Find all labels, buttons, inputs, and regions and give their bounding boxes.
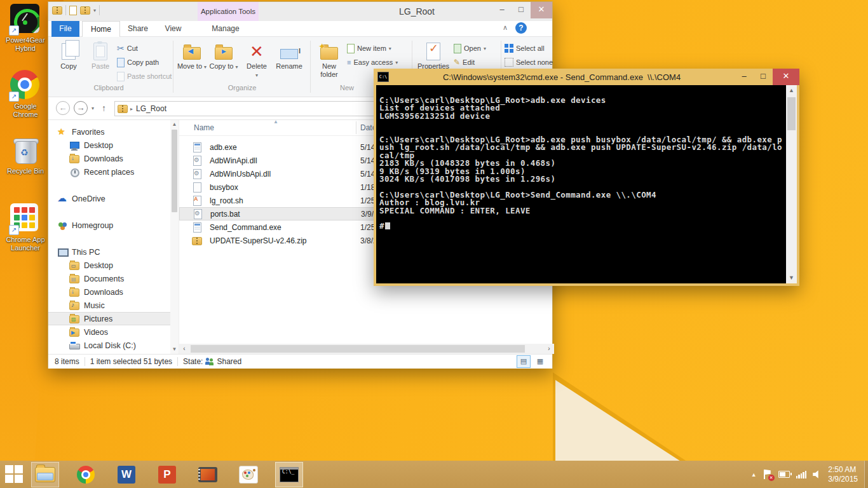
show-desktop-button[interactable] <box>864 461 868 488</box>
scroll-up-icon[interactable]: ▲ <box>170 120 179 129</box>
taskbar-explorer-button[interactable] <box>31 462 59 487</box>
tab-home[interactable]: Home <box>82 21 120 37</box>
scroll-right-icon[interactable]: › <box>544 344 554 354</box>
sort-ascending-icon: ▲ <box>273 119 278 125</box>
copy-to-button[interactable]: ▸ Copy to ▾ <box>208 41 239 71</box>
select-all-button[interactable]: Select all <box>505 42 545 55</box>
collapse-ribbon-icon[interactable]: ∧ <box>503 24 508 32</box>
taskbar-word-button[interactable]: W <box>112 462 140 487</box>
network-signal-icon[interactable] <box>796 470 807 478</box>
new-folder-qat-icon[interactable] <box>80 5 90 15</box>
action-center-flag-icon[interactable]: ✕ <box>763 470 772 479</box>
maximize-button[interactable]: □ <box>512 2 531 18</box>
battery-icon[interactable] <box>778 471 790 478</box>
sidebar-item-local-disk[interactable]: Local Disk (C:) <box>48 339 170 352</box>
copy-path-button[interactable]: Copy path <box>117 56 159 69</box>
copy-button[interactable]: Copy <box>53 41 84 71</box>
scroll-left-icon[interactable]: ‹ <box>179 344 189 354</box>
sidebar-item-pc-desktop[interactable]: ▭ Desktop <box>48 259 170 272</box>
desktop-icon <box>69 140 80 151</box>
select-all-icon <box>505 44 513 53</box>
desktop-icon-chrome[interactable]: ↗ Google Chrome <box>1 70 50 119</box>
cmd-scrollbar[interactable]: ▲ ▼ <box>786 85 797 283</box>
history-dropdown-icon[interactable]: ▾ <box>92 105 94 111</box>
paste-button[interactable]: Paste <box>85 41 116 71</box>
sidebar-item-homegroup[interactable]: Homegroup <box>48 219 170 232</box>
help-button[interactable]: ? <box>515 22 527 34</box>
cut-button[interactable]: ✂ Cut <box>117 42 138 55</box>
desktop-icon-recycle-bin[interactable]: ♻ Recycle Bin <box>1 135 50 175</box>
sidebar-item-videos[interactable]: ▶ Videos <box>48 325 170 339</box>
taskbar-cmd-button[interactable]: C:\_ <box>275 462 303 487</box>
cmd-console[interactable]: C:\Users\carl\Desktop\LG_Root>adb.exe de… <box>376 85 797 283</box>
items-count: 8 items <box>55 357 79 366</box>
rename-button[interactable]: Rename <box>272 41 306 71</box>
easy-access-button[interactable]: ≡ Easy access ▾ <box>347 56 398 69</box>
horizontal-scrollbar[interactable]: ‹ › <box>179 344 554 354</box>
nav-scrollbar[interactable]: ▲ ▼ <box>170 120 179 354</box>
minimize-button[interactable]: – <box>492 2 512 18</box>
paste-icon <box>93 43 107 60</box>
details-view-button[interactable]: ▤ <box>517 355 531 368</box>
open-button[interactable]: Open ▾ <box>454 42 486 55</box>
taskbar-moviemaker-button[interactable] <box>194 462 222 487</box>
start-button[interactable] <box>5 465 27 484</box>
breadcrumb[interactable]: LG_Root <box>136 104 166 113</box>
scroll-down-icon[interactable]: ▼ <box>786 273 797 283</box>
show-hidden-icons[interactable]: ▲ <box>751 471 757 478</box>
forward-button[interactable]: → <box>74 101 88 115</box>
sidebar-item-onedrive[interactable]: OneDrive <box>48 192 170 205</box>
sidebar-item-recent-places[interactable]: Recent places <box>48 165 170 179</box>
cmd-maximize-button[interactable]: □ <box>754 69 773 85</box>
taskbar-chrome-button[interactable] <box>72 462 100 487</box>
properties-qat-icon[interactable] <box>69 6 77 15</box>
paste-shortcut-button[interactable]: Paste shortcut <box>117 70 172 83</box>
tab-file[interactable]: File <box>51 21 79 37</box>
cmd-close-button[interactable]: ✕ <box>773 69 799 85</box>
scroll-down-icon[interactable]: ▼ <box>170 345 179 354</box>
delete-button[interactable]: ✕ Delete▾ <box>241 41 272 79</box>
scroll-up-icon[interactable]: ▲ <box>786 85 797 96</box>
sidebar-item-favorites[interactable]: Favorites <box>48 125 170 139</box>
tab-view[interactable]: View <box>158 21 188 37</box>
volume-icon[interactable] <box>813 470 822 479</box>
easy-access-icon: ≡ <box>347 58 351 66</box>
cmd-minimize-button[interactable]: – <box>735 69 754 85</box>
sidebar-item-this-pc[interactable]: This PC <box>48 245 170 259</box>
properties-button[interactable]: Properties <box>416 41 451 71</box>
folder-icon[interactable] <box>52 5 62 15</box>
new-item-button[interactable]: New item ▾ <box>347 42 391 55</box>
clock[interactable]: 2:50 AM 3/9/2015 <box>828 465 858 484</box>
back-button[interactable]: ← <box>56 101 70 115</box>
desktop-icon-power4gear[interactable]: ↗ Power4Gear Hybrid <box>1 4 50 53</box>
shortcut-arrow-icon: ↗ <box>9 92 19 102</box>
move-to-button[interactable]: ◄ Move to ▾ <box>177 41 207 71</box>
sidebar-item-music[interactable]: ♪ Music <box>48 299 170 312</box>
taskbar-paint-button[interactable] <box>234 462 262 487</box>
desktop-icon-app-launcher[interactable]: ↗ Chrome App Launcher <box>1 202 50 252</box>
group-label-organize: Organize <box>207 84 277 92</box>
new-folder-button[interactable]: ✦ New folder <box>314 41 344 79</box>
select-none-button[interactable]: Select none <box>505 56 553 69</box>
close-button[interactable]: ✕ <box>531 2 552 18</box>
sidebar-item-desktop[interactable]: Desktop <box>48 139 170 152</box>
column-header-name[interactable]: Name <box>194 123 214 132</box>
explorer-titlebar[interactable]: ▾ Application Tools LG_Root – □ ✕ <box>48 2 552 22</box>
tab-manage[interactable]: Manage <box>207 21 244 37</box>
sidebar-item-downloads[interactable]: ↓ Downloads <box>48 152 170 165</box>
edit-button[interactable]: ✎ Edit <box>454 56 475 69</box>
sidebar-item-pc-downloads[interactable]: ↓ Downloads <box>48 285 170 299</box>
downloads-folder-icon: ↓ <box>69 154 80 164</box>
sidebar-item-documents[interactable]: ▤ Documents <box>48 272 170 285</box>
thumbnail-view-button[interactable]: ▦ <box>533 355 547 368</box>
sidebar-item-pictures[interactable]: ▨ Pictures <box>48 312 170 325</box>
qat-dropdown-icon[interactable]: ▾ <box>93 8 96 13</box>
desktop-icon-label: Google Chrome <box>1 102 50 119</box>
tab-share[interactable]: Share <box>121 21 154 37</box>
chrome-taskbar-icon <box>77 466 95 484</box>
taskbar-powerpoint-button[interactable]: P <box>153 462 181 487</box>
up-button[interactable]: ↑ <box>102 103 106 113</box>
cmd-titlebar[interactable]: C:\ C:\Windows\system32\cmd.exe - Send_C… <box>374 69 799 85</box>
exe-file-icon <box>192 142 202 152</box>
desktop-icon-label: Power4Gear Hybrid <box>1 36 50 53</box>
